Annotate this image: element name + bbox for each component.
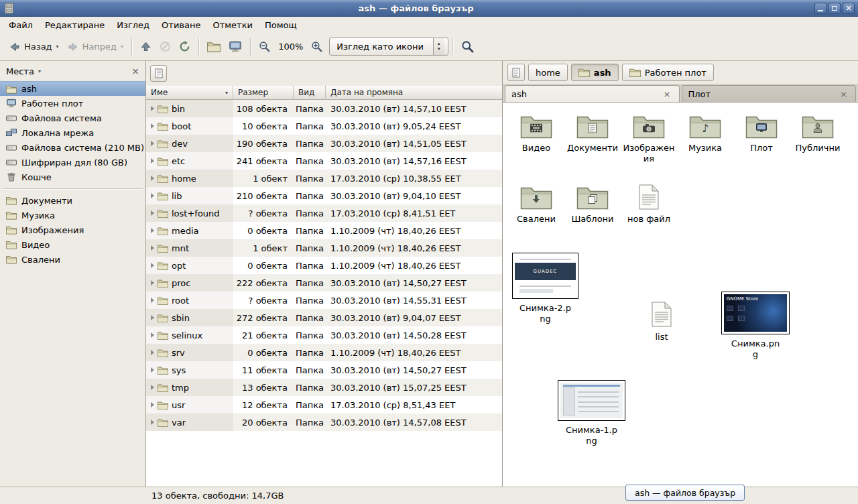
expander-icon[interactable] xyxy=(151,158,154,164)
icon-item-music[interactable]: ♪ Музика xyxy=(677,109,733,180)
icon-item-snimka-2[interactable]: GUADEC Снимка-2.png xyxy=(512,253,578,324)
menu-view[interactable]: Изглед xyxy=(111,18,156,32)
sidebar-item-downloads[interactable]: Свалени xyxy=(0,252,145,267)
sidebar-item-video[interactable]: Видео xyxy=(0,237,145,252)
sidebar-item-filesystem-210mb[interactable]: Файлова система (210 MB) xyxy=(0,140,145,155)
sidebar-item-documents[interactable]: Документи xyxy=(0,193,145,208)
table-row[interactable]: dev 190 обекта Папка 30.03.2010 (вт) 14,… xyxy=(146,135,502,152)
table-row[interactable]: var 20 обекта Папка 30.03.2010 (вт) 14,5… xyxy=(146,414,502,431)
table-row[interactable]: etc 241 обекта Папка 30.03.2010 (вт) 14,… xyxy=(146,152,502,170)
tab-ash[interactable]: ash × xyxy=(505,85,680,102)
location-bar-toggle-button[interactable] xyxy=(150,65,167,82)
icon-item-templates[interactable]: Шаблони xyxy=(564,180,621,251)
table-row[interactable]: root ? обекта Папка 30.03.2010 (вт) 14,5… xyxy=(146,292,502,309)
expander-icon[interactable] xyxy=(151,280,154,286)
sidebar-selector-icon[interactable]: ▾ xyxy=(38,68,41,74)
taskbar-window-button[interactable]: ash — файлов браузър xyxy=(625,485,745,501)
expander-icon[interactable] xyxy=(151,332,154,338)
table-row[interactable]: boot 10 обекта Папка 30.03.2010 (вт) 9,0… xyxy=(146,117,502,135)
table-row[interactable]: sbin 272 обекта Папка 30.03.2010 (вт) 9,… xyxy=(146,309,502,326)
expander-icon[interactable] xyxy=(151,193,154,198)
icon-item-documents[interactable]: Документи xyxy=(564,109,621,180)
expander-icon[interactable] xyxy=(151,228,154,233)
column-header-type[interactable]: Вид xyxy=(294,86,326,100)
sidebar-item-filesystem[interactable]: Файлова система xyxy=(0,111,145,125)
stop-button[interactable] xyxy=(156,38,175,56)
column-header-name[interactable]: Име ▾ xyxy=(146,86,233,100)
column-header-modified[interactable]: Дата на промяна xyxy=(326,86,502,100)
table-row[interactable]: srv 0 обекта Папка 1.10.2009 (чт) 18,40,… xyxy=(146,344,502,361)
icon-item-desktop-folder[interactable]: Плот xyxy=(733,109,790,180)
up-button[interactable] xyxy=(136,38,156,56)
zoom-in-button[interactable] xyxy=(307,38,326,56)
tab-close-icon[interactable]: × xyxy=(838,89,849,99)
table-row[interactable]: media 0 обекта Папка 1.10.2009 (чт) 18,4… xyxy=(146,222,502,239)
icon-item-pictures[interactable]: Изображения xyxy=(621,109,677,180)
forward-dropdown-icon[interactable]: ▾ xyxy=(121,44,123,50)
path-button-desktop[interactable]: Работен плот xyxy=(622,64,714,81)
table-row[interactable]: opt 0 обекта Папка 1.10.2009 (чт) 18,40,… xyxy=(146,257,502,274)
expander-icon[interactable] xyxy=(151,350,154,355)
expander-icon[interactable] xyxy=(151,420,154,425)
expander-icon[interactable] xyxy=(151,141,154,146)
table-row[interactable]: sys 11 обекта Папка 30.03.2010 (вт) 14,5… xyxy=(146,361,502,379)
zoom-out-button[interactable] xyxy=(255,38,274,56)
expander-icon[interactable] xyxy=(151,385,154,390)
forward-button[interactable]: Напред ▾ xyxy=(63,38,128,56)
close-button[interactable]: × xyxy=(843,3,855,14)
table-row[interactable]: proc 222 обекта Папка 30.03.2010 (вт) 14… xyxy=(146,274,502,292)
icon-item-list[interactable]: list xyxy=(652,301,672,342)
table-row[interactable]: usr 12 обекта Папка 17.03.2010 (ср) 8,51… xyxy=(146,396,502,414)
minimize-button[interactable] xyxy=(814,3,826,14)
menu-go[interactable]: Отиване xyxy=(156,18,206,32)
expander-icon[interactable] xyxy=(151,315,154,320)
sidebar-title[interactable]: Места xyxy=(6,66,34,76)
table-row[interactable]: selinux 21 обекта Папка 30.03.2010 (вт) … xyxy=(146,326,502,344)
combo-spinner-icon[interactable]: ▴▾ xyxy=(433,38,444,55)
table-row[interactable]: lost+found ? обекта Папка 17.03.2010 (ср… xyxy=(146,204,502,222)
icon-item-video[interactable]: Видео xyxy=(508,109,564,180)
sidebar-close-button[interactable]: × xyxy=(131,66,139,76)
reload-button[interactable] xyxy=(175,38,194,56)
expander-icon[interactable] xyxy=(151,402,154,407)
menu-file[interactable]: Файл xyxy=(3,18,39,32)
table-row[interactable]: lib 210 обекта Папка 30.03.2010 (вт) 9,0… xyxy=(146,187,502,204)
sidebar-item-trash[interactable]: Кошче xyxy=(0,170,145,184)
back-button[interactable]: Назад ▾ xyxy=(5,38,63,56)
expander-icon[interactable] xyxy=(151,123,154,129)
home-button[interactable] xyxy=(203,38,225,56)
table-row[interactable]: home 1 обект Папка 17.03.2010 (ср) 10,38… xyxy=(146,170,502,187)
table-row[interactable]: tmp 13 обекта Папка 30.03.2010 (вт) 15,0… xyxy=(146,379,502,396)
menu-bookmarks[interactable]: Отметки xyxy=(206,18,258,32)
icon-item-snimka-1[interactable]: Снимка-1.png xyxy=(558,380,625,446)
expander-icon[interactable] xyxy=(151,298,154,303)
sidebar-item-music[interactable]: Музика xyxy=(0,208,145,223)
expander-icon[interactable] xyxy=(151,176,154,181)
expander-icon[interactable] xyxy=(151,245,154,251)
expander-icon[interactable] xyxy=(151,263,154,268)
expander-icon[interactable] xyxy=(151,210,154,216)
icon-item-downloads[interactable]: Свалени xyxy=(508,180,564,251)
expander-icon[interactable] xyxy=(151,106,154,111)
icon-item-new-file[interactable]: нов файл xyxy=(621,180,677,251)
window-menu-icon[interactable] xyxy=(3,3,15,14)
sidebar-item-pictures[interactable]: Изображения xyxy=(0,223,145,237)
maximize-button[interactable] xyxy=(829,3,841,14)
tab-close-icon[interactable]: × xyxy=(662,89,673,99)
computer-button[interactable] xyxy=(225,38,246,56)
sidebar-item-encrypted-80gb[interactable]: Шифриран дял (80 GB) xyxy=(0,155,145,170)
icon-item-public[interactable]: Публични xyxy=(790,109,846,180)
path-button-ash[interactable]: ash xyxy=(571,64,619,81)
tab-plot[interactable]: Плот × xyxy=(682,85,857,102)
menu-edit[interactable]: Редактиране xyxy=(39,18,111,32)
search-button[interactable] xyxy=(457,37,478,56)
column-header-size[interactable]: Размер xyxy=(233,86,294,100)
sidebar-item-network[interactable]: Локална мрежа xyxy=(0,125,145,140)
edit-location-button[interactable] xyxy=(507,64,525,81)
table-row[interactable]: bin 108 обекта Папка 30.03.2010 (вт) 14,… xyxy=(146,100,502,117)
back-dropdown-icon[interactable]: ▾ xyxy=(56,44,59,50)
icon-item-snimka[interactable]: GNOME Store Снимка.png xyxy=(721,292,790,359)
sidebar-item-ash[interactable]: ash xyxy=(0,81,145,96)
expander-icon[interactable] xyxy=(151,367,154,373)
sidebar-item-desktop[interactable]: Работен плот xyxy=(0,96,145,111)
